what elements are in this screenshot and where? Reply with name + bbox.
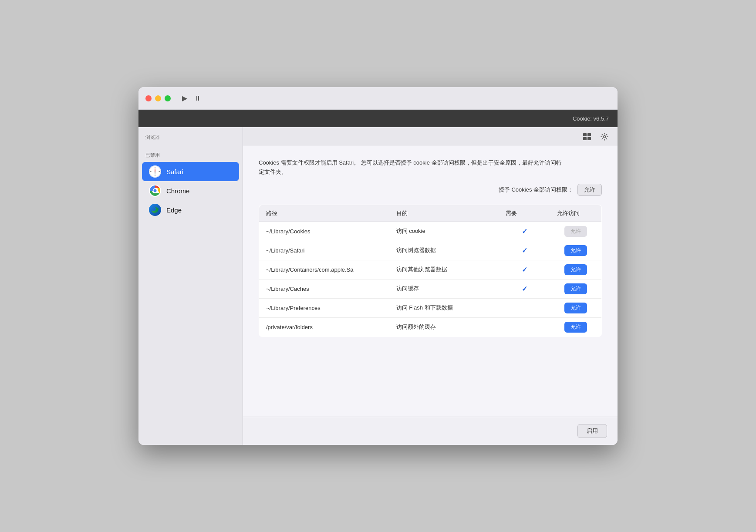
cell-allow: 允许 [550,279,601,298]
app-header: Cookie: v6.5.7 [138,110,618,127]
traffic-lights [145,95,171,101]
cell-allow: 允许 [550,222,601,241]
cell-purpose: 访问 cookie [389,222,499,241]
cell-path: ~/Library/Caches [259,279,389,298]
cell-purpose: 访问其他浏览器数据 [389,260,499,279]
allow-button[interactable]: 允许 [564,303,587,313]
table-row: ~/Library/Preferences访问 Flash 和下载数据允许 [259,298,602,317]
allow-button[interactable]: 允许 [564,264,587,275]
safari-icon [149,165,161,178]
sidebar-item-chrome-label: Chrome [166,187,189,195]
cell-path: ~/Library/Preferences [259,298,389,317]
bottom-bar: 启用 [243,417,618,445]
cell-purpose: 访问 Flash 和下载数据 [389,298,499,317]
minimize-button[interactable] [155,95,161,101]
main-layout: 浏览器 已禁用 [138,127,618,445]
content-toolbar [243,127,618,146]
close-button[interactable] [145,95,152,101]
sidebar-section-browser: 浏览器 [138,134,243,144]
cell-purpose: 访问浏览器数据 [389,241,499,260]
allow-button-disabled: 允许 [564,226,587,237]
table-row: ~/Library/Caches访问缓存✓允许 [259,279,602,298]
sidebar-item-edge-label: Edge [166,206,182,214]
cell-allow: 允许 [550,260,601,279]
sidebar-item-safari-label: Safari [166,168,183,175]
pause-icon[interactable]: ⏸ [194,94,201,102]
cell-path: /private/var/folders [259,317,389,337]
gear-icon[interactable] [598,131,611,143]
titlebar: ▶ ⏸ [138,87,618,110]
cell-path: ~/Library/Cookies [259,222,389,241]
table-header-purpose: 目的 [389,205,499,222]
cell-allow: 允许 [550,298,601,317]
content-panel: Cookies 需要文件权限才能启用 Safari。 您可以选择是否授予 coo… [243,127,618,445]
main-window: ▶ ⏸ Cookie: v6.5.7 浏览器 已禁用 [138,87,618,445]
maximize-button[interactable] [165,95,171,101]
enable-button[interactable]: 启用 [577,424,607,438]
play-icon[interactable]: ▶ [182,94,187,102]
table-header-path: 路径 [259,205,389,222]
svg-rect-13 [583,133,587,136]
allow-button[interactable]: 允许 [564,322,587,333]
cell-required: ✓ [499,222,550,241]
grant-allow-button[interactable]: 允许 [577,184,602,196]
grant-label: 授予 Cookies 全部访问权限： [499,186,573,194]
svg-rect-16 [587,137,591,140]
info-text: Cookies 需要文件权限才能启用 Safari。 您可以选择是否授予 coo… [259,158,564,177]
check-icon: ✓ [522,285,527,293]
svg-point-11 [154,189,157,192]
svg-rect-15 [583,137,587,140]
svg-rect-14 [587,133,591,136]
sidebar-item-safari[interactable]: Safari [142,162,239,181]
table-row: ~/Library/Cookies访问 cookie✓允许 [259,222,602,241]
check-icon: ✓ [522,247,527,254]
cell-required [499,317,550,337]
cell-required: ✓ [499,241,550,260]
cell-required: ✓ [499,279,550,298]
grant-access-row: 授予 Cookies 全部访问权限： 允许 [259,184,602,196]
cell-purpose: 访问缓存 [389,279,499,298]
cell-path: ~/Library/Containers/com.apple.Sa [259,260,389,279]
edge-icon [149,204,161,216]
content-body: Cookies 需要文件权限才能启用 Safari。 您可以选择是否授予 coo… [243,146,618,417]
app-title: Cookie: v6.5.7 [573,115,609,122]
cell-allow: 允许 [550,317,601,337]
cell-allow: 允许 [550,241,601,260]
table-header-allow: 允许访问 [550,205,601,222]
list-view-icon[interactable] [581,131,593,143]
sidebar-section-disabled: 已禁用 [138,144,243,162]
svg-point-17 [604,135,606,138]
cell-required [499,298,550,317]
cell-purpose: 访问额外的缓存 [389,317,499,337]
sidebar-item-chrome[interactable]: Chrome [142,181,239,200]
check-icon: ✓ [522,228,527,235]
check-icon: ✓ [522,266,527,273]
titlebar-controls: ▶ ⏸ [182,94,201,102]
table-row: ~/Library/Safari访问浏览器数据✓允许 [259,241,602,260]
table-row: ~/Library/Containers/com.apple.Sa访问其他浏览器… [259,260,602,279]
svg-point-12 [149,204,161,216]
table-row: /private/var/folders访问额外的缓存允许 [259,317,602,337]
chrome-icon [149,185,161,197]
permissions-table: 路径 目的 需要 允许访问 ~/Library/Cookies访问 cookie… [259,205,602,337]
allow-button[interactable]: 允许 [564,283,587,294]
cell-path: ~/Library/Safari [259,241,389,260]
table-header-required: 需要 [499,205,550,222]
cell-required: ✓ [499,260,550,279]
allow-button[interactable]: 允许 [564,245,587,256]
sidebar-item-edge[interactable]: Edge [142,200,239,219]
sidebar: 浏览器 已禁用 [138,127,243,445]
